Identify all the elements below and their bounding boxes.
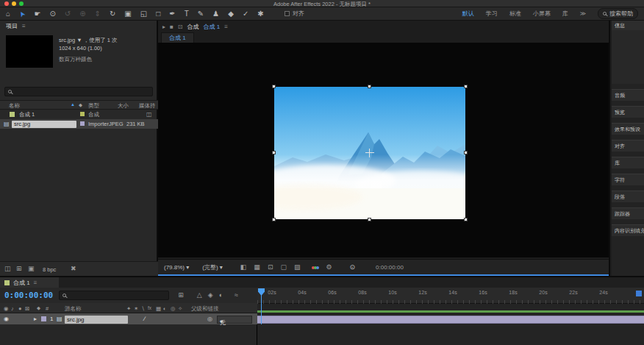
composition-flowchart-icon[interactable]: ⊞ [178,292,184,299]
rotation-tool-icon[interactable]: ↻ [110,10,115,18]
project-row-src-selected[interactable]: ▤ src.jpg ImporterJPEG 231 KB [0,119,158,129]
layer-visibility-eye-icon[interactable]: ◉ [4,316,9,322]
timeline-tab-comp1[interactable]: 合成 1 ≡ [0,277,59,288]
search-help-button[interactable]: 搜索帮助 [598,8,638,19]
magnification-dropdown[interactable]: (79.8%) ▾ [164,264,189,271]
panel-character[interactable]: 字符 [612,174,644,185]
composition-stage[interactable] [158,43,609,257]
hand-tool-icon[interactable]: ☛ [34,10,40,18]
panel-tracker[interactable]: 跟踪器 [612,207,644,219]
panel-libraries[interactable]: 库 [612,157,644,168]
timeline-search-field[interactable] [59,291,169,300]
preview-toggle-icon[interactable]: ◧ [240,264,247,271]
workspace-tab-libraries[interactable]: 库 [562,10,568,18]
clone-stamp-tool-icon[interactable]: ♟ [212,10,219,18]
panel-menu-icon[interactable]: ≡ [22,23,26,29]
project-color-depth-button[interactable]: 8 bpc [43,266,56,273]
eraser-tool-icon[interactable]: ◆ [228,10,234,18]
puppet-tool-icon[interactable]: ✱ [257,10,263,18]
selection-handle[interactable] [464,218,468,221]
grid-guides-icon[interactable]: ▦ [254,264,260,271]
new-folder-icon[interactable]: ⊞ [16,266,22,272]
timeline-search-input[interactable] [69,292,165,299]
new-composition-icon[interactable]: ▣ [28,266,35,272]
selection-tool-icon[interactable]: ➤ [18,9,27,18]
label-color-chip[interactable] [80,112,85,116]
time-ruler[interactable]: 02s 04s 06s 08s 10s 12s 14s 16s 18s 20s … [257,288,644,304]
layer-source-name[interactable]: src.jpg [65,316,128,324]
project-search-field[interactable] [4,87,153,96]
layer-row-src[interactable]: ◉ ▸ 1 ▤ src.jpg ∕ ◎ 无 ▾ [0,313,257,324]
comp-marker-button[interactable] [636,291,642,296]
pan-behind-tool-icon[interactable]: ◱ [140,10,147,18]
panel-menu-icon[interactable]: ≡ [34,280,37,286]
source-name-column-header[interactable]: 源名称 [65,305,82,313]
work-area-bar[interactable] [257,310,644,313]
graph-editor-icon[interactable]: ≈ [235,292,238,299]
project-row-comp[interactable]: 合成 1 合成 ◫ [0,110,158,119]
home-tool-icon[interactable]: ⌂ [6,10,10,18]
camera-tool-icon[interactable]: ▣ [124,10,131,18]
transparency-grid-icon[interactable]: ▨ [294,264,301,271]
item-name-selected[interactable]: src.jpg [12,121,76,128]
panel-menu-icon[interactable]: ≡ [224,24,228,30]
mask-visibility-icon[interactable]: ⊡ [268,264,273,271]
composition-panel-tab[interactable]: ▸ ■ ⊡ 合成 合成 1 ≡ [162,23,228,31]
exposure-gear-icon[interactable]: ⚙ [326,264,332,271]
panel-effects-presets[interactable]: 效果和预设 [612,123,644,135]
layer-twirl-icon[interactable]: ▸ [34,316,37,322]
layer-quality-switch[interactable]: ∕ [144,316,145,322]
resolution-dropdown[interactable]: (完整) ▾ [202,263,223,271]
brush-tool-icon[interactable]: ✎ [198,10,204,18]
channel-color-icon[interactable] [312,264,318,271]
info-panel[interactable]: 信息 R : G : B : A : X : Y : [612,21,644,84]
selection-handle[interactable] [272,151,276,154]
zoom-tool-icon[interactable]: ⊙ [49,10,55,18]
anchor-point-crosshair[interactable] [365,149,374,157]
label-color-chip[interactable] [80,121,85,126]
used-in-network-icon[interactable]: ◫ [146,111,152,118]
current-timecode[interactable]: 0:00:00:00 [4,291,53,300]
parent-pickwhip-icon[interactable]: ◎ [207,316,212,322]
panel-audio[interactable]: 音频 [612,89,644,101]
panel-align[interactable]: 对齐 [612,140,644,152]
panel-content-aware-fill[interactable]: 内容识别填充 [612,224,644,236]
workspace-tab-learn[interactable]: 学习 [486,10,498,18]
shape-tool-icon[interactable]: □ [156,10,160,18]
text-tool-icon[interactable]: T [185,10,189,18]
shy-layers-icon[interactable]: △ [197,292,202,299]
selection-handle[interactable] [464,151,468,154]
column-type[interactable]: 类型 [88,102,99,110]
frame-blend-icon[interactable]: ◈ [208,292,213,299]
motion-blur-icon[interactable]: ◐ [219,292,223,299]
interpret-footage-icon[interactable]: ◫ [4,266,11,272]
chevron-icon[interactable]: ▸ [162,24,165,30]
selection-handle[interactable] [272,218,276,221]
snap-checkbox[interactable] [285,11,290,16]
snap-toggle[interactable]: 对齐 [285,10,304,18]
roto-brush-tool-icon[interactable]: ✓ [243,10,248,18]
column-media-duration[interactable]: 媒体持 [139,102,156,110]
region-of-interest-icon[interactable]: ▢ [280,264,287,271]
layer-label-color-chip[interactable] [41,316,46,321]
parent-dropdown[interactable]: 无 ▾ [217,316,252,324]
snapshot-camera-icon[interactable]: ⊙ [350,264,356,271]
selection-handle[interactable] [272,85,276,88]
workspace-overflow-button[interactable]: ≫ [580,10,586,17]
panel-paragraph[interactable]: 段落 [612,191,644,202]
pen-tool-icon[interactable]: ✒ [169,10,175,18]
lock-viewer-icon[interactable]: ⊡ [178,24,183,30]
project-panel-tab[interactable]: 项目 ≡ [6,22,26,30]
workspace-tab-default[interactable]: 默认 [462,10,474,18]
viewer-tab-comp1[interactable]: 合成 1 [161,32,194,43]
workspace-tab-small-screen[interactable]: 小屏幕 [533,10,551,18]
panel-preview[interactable]: 预览 [612,106,644,118]
column-name[interactable]: 名称 [9,102,20,110]
selection-handle[interactable] [464,85,468,88]
workspace-tab-standard[interactable]: 标准 [509,10,521,18]
selection-handle[interactable] [368,85,371,88]
column-size[interactable]: 大小 [118,102,129,110]
label-column-icon[interactable]: ◆ [79,102,82,108]
sort-ascending-icon[interactable]: ▲ [71,102,75,107]
selection-handle[interactable] [368,218,371,221]
